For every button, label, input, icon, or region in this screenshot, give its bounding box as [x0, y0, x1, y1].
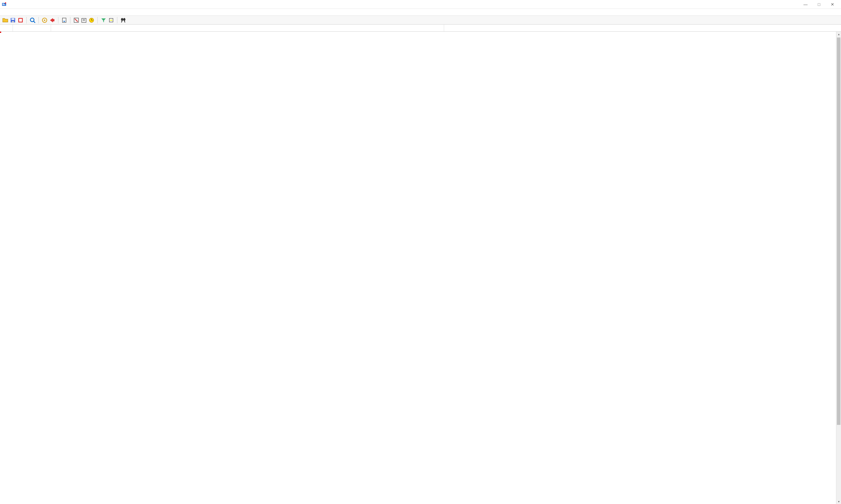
- svg-point-25: [123, 18, 125, 21]
- svg-point-24: [121, 18, 123, 21]
- menu-edit[interactable]: [8, 12, 14, 13]
- svg-point-3: [5, 2, 6, 3]
- capture-icon[interactable]: [30, 17, 35, 23]
- menu-computer[interactable]: [28, 12, 33, 13]
- svg-rect-1: [3, 3, 4, 4]
- filter-icon[interactable]: [101, 17, 106, 23]
- passthrough-icon[interactable]: [49, 17, 55, 23]
- scroll-thumb[interactable]: [837, 37, 840, 425]
- svg-line-15: [75, 19, 78, 22]
- maximize-button[interactable]: □: [812, 0, 826, 9]
- highlight-box: [0, 32, 1, 33]
- menu-file[interactable]: [2, 12, 7, 13]
- menu-capture[interactable]: [15, 12, 20, 13]
- svg-point-12: [44, 19, 46, 21]
- kernel-icon[interactable]: [42, 17, 48, 23]
- app-icon: [2, 2, 6, 7]
- clear-icon[interactable]: [73, 17, 79, 23]
- menu-options[interactable]: [21, 12, 27, 13]
- find-icon[interactable]: [120, 17, 126, 23]
- titlebar: — □ ✕: [0, 0, 841, 9]
- list-header: [0, 24, 841, 32]
- toolbar: [0, 16, 841, 24]
- open-icon[interactable]: [2, 17, 8, 23]
- clock-icon[interactable]: [89, 17, 95, 23]
- svg-rect-23: [110, 20, 112, 20]
- scroll-up-icon[interactable]: ▴: [836, 32, 841, 37]
- vertical-scrollbar[interactable]: ▴ ▾: [836, 32, 841, 504]
- scroll-down-icon[interactable]: ▾: [836, 499, 841, 504]
- col-header-num[interactable]: [0, 24, 13, 31]
- close-button[interactable]: ✕: [826, 0, 839, 9]
- menubar: [0, 9, 841, 16]
- svg-line-26: [121, 21, 122, 22]
- autoscroll-icon[interactable]: [61, 17, 67, 23]
- col-header-time[interactable]: [13, 24, 51, 31]
- highlight-icon[interactable]: [108, 17, 114, 23]
- svg-rect-6: [12, 21, 14, 22]
- time-format-icon[interactable]: [81, 17, 87, 23]
- save-icon[interactable]: [10, 17, 16, 23]
- col-header-extra[interactable]: [444, 24, 841, 31]
- svg-line-10: [34, 21, 35, 22]
- svg-line-27: [124, 21, 125, 22]
- log-icon[interactable]: [18, 17, 23, 23]
- svg-point-9: [31, 18, 34, 22]
- svg-rect-2: [3, 4, 5, 5]
- col-header-print[interactable]: [51, 24, 444, 31]
- minimize-button[interactable]: —: [799, 0, 812, 9]
- svg-rect-5: [12, 18, 14, 20]
- svg-rect-8: [19, 19, 22, 22]
- menu-help[interactable]: [34, 12, 40, 13]
